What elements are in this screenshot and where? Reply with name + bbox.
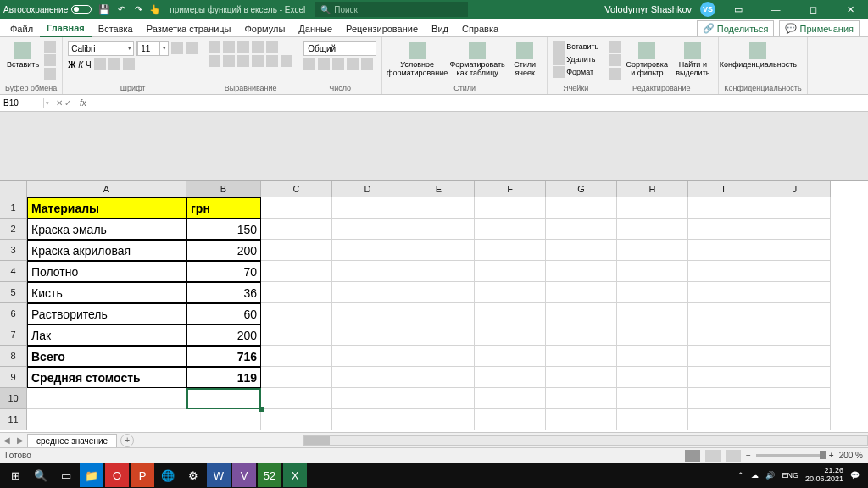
find-select-button[interactable]: Найти и выделить bbox=[672, 41, 713, 80]
cell-B7[interactable]: 200 bbox=[186, 324, 261, 346]
maximize-icon[interactable]: ◻ bbox=[798, 0, 827, 19]
copy-icon[interactable] bbox=[44, 54, 56, 66]
sheet-nav-next-icon[interactable]: ▶ bbox=[14, 435, 27, 445]
column-header-A[interactable]: A bbox=[27, 181, 186, 197]
cell-I8[interactable] bbox=[688, 346, 760, 367]
fx-icon[interactable]: fx bbox=[76, 98, 90, 108]
sort-filter-button[interactable]: Сортировка и фильтр bbox=[625, 41, 669, 80]
cell-H2[interactable] bbox=[617, 219, 688, 240]
column-header-I[interactable]: I bbox=[688, 181, 760, 197]
tab-view[interactable]: Вид bbox=[425, 21, 455, 36]
worksheet[interactable]: ABCDEFGHIJ 1234567891011 МатериалыгрнКра… bbox=[0, 181, 868, 432]
autosum-icon[interactable] bbox=[609, 41, 621, 53]
cell-C4[interactable] bbox=[261, 261, 332, 282]
cell-E8[interactable] bbox=[403, 346, 475, 367]
tab-home[interactable]: Главная bbox=[40, 20, 92, 37]
increase-font-icon[interactable] bbox=[171, 42, 183, 54]
cell-E9[interactable] bbox=[403, 367, 475, 388]
sheet-tab[interactable]: среднее значение bbox=[27, 434, 117, 447]
cell-C8[interactable] bbox=[261, 346, 332, 367]
select-all-corner[interactable] bbox=[0, 181, 27, 197]
cell-A10[interactable] bbox=[27, 388, 186, 409]
task-view-icon[interactable]: ▭ bbox=[54, 463, 78, 487]
cell-B8[interactable]: 716 bbox=[186, 346, 261, 367]
cell-E6[interactable] bbox=[403, 303, 475, 324]
sheet-nav-prev-icon[interactable]: ◀ bbox=[0, 435, 14, 445]
cell-A8[interactable]: Всего bbox=[27, 346, 186, 367]
align-left-icon[interactable] bbox=[209, 55, 220, 67]
cell-E11[interactable] bbox=[403, 409, 475, 430]
paste-button[interactable]: Вставить bbox=[5, 41, 41, 71]
cell-A11[interactable] bbox=[27, 409, 186, 430]
cell-B6[interactable]: 60 bbox=[186, 303, 261, 324]
cell-D3[interactable] bbox=[332, 240, 403, 261]
cell-F4[interactable] bbox=[475, 261, 546, 282]
redo-icon[interactable]: ↷ bbox=[132, 3, 144, 15]
cell-H11[interactable] bbox=[617, 409, 688, 430]
cell-G4[interactable] bbox=[546, 261, 617, 282]
row-header-6[interactable]: 6 bbox=[0, 303, 27, 324]
indent-inc-icon[interactable] bbox=[266, 55, 278, 67]
cell-C11[interactable] bbox=[261, 409, 332, 430]
row-header-9[interactable]: 9 bbox=[0, 367, 27, 388]
cell-J5[interactable] bbox=[760, 282, 831, 303]
cell-I9[interactable] bbox=[688, 367, 760, 388]
cell-A1[interactable]: Материалы bbox=[27, 197, 186, 219]
tab-review[interactable]: Рецензирование bbox=[339, 21, 425, 36]
notifications-icon[interactable]: 💬 bbox=[850, 471, 860, 480]
cell-D7[interactable] bbox=[332, 324, 403, 346]
column-header-C[interactable]: C bbox=[261, 181, 332, 197]
cell-J6[interactable] bbox=[760, 303, 831, 324]
row-header-4[interactable]: 4 bbox=[0, 261, 27, 282]
close-icon[interactable]: ✕ bbox=[836, 0, 865, 19]
comments-button[interactable]: 💬 Примечания bbox=[779, 20, 860, 36]
row-header-1[interactable]: 1 bbox=[0, 197, 27, 219]
underline-button[interactable]: Ч bbox=[86, 60, 92, 69]
number-format-selector[interactable]: Общий bbox=[303, 41, 376, 56]
cell-G3[interactable] bbox=[546, 240, 617, 261]
excel-icon[interactable]: X bbox=[283, 463, 307, 487]
orientation-icon[interactable] bbox=[252, 41, 264, 53]
row-header-3[interactable]: 3 bbox=[0, 240, 27, 261]
zoom-in-button[interactable]: + bbox=[829, 451, 834, 460]
cell-F1[interactable] bbox=[475, 197, 546, 219]
cell-B4[interactable]: 70 bbox=[186, 261, 261, 282]
search-input[interactable]: 🔍 Поиск bbox=[315, 2, 468, 17]
column-header-F[interactable]: F bbox=[475, 181, 546, 197]
cell-C2[interactable] bbox=[261, 219, 332, 240]
row-header-10[interactable]: 10 bbox=[0, 388, 27, 409]
cell-A9[interactable]: Средняя стомость bbox=[27, 367, 186, 388]
normal-view-icon[interactable] bbox=[685, 450, 700, 462]
opera-icon[interactable]: O bbox=[105, 463, 129, 487]
tab-formulas[interactable]: Формулы bbox=[237, 21, 292, 36]
cell-G8[interactable] bbox=[546, 346, 617, 367]
undo-icon[interactable]: ↶ bbox=[115, 3, 127, 15]
cell-I1[interactable] bbox=[688, 197, 760, 219]
cell-F7[interactable] bbox=[475, 324, 546, 346]
font-size-selector[interactable]: 11▾ bbox=[136, 41, 169, 56]
cell-E4[interactable] bbox=[403, 261, 475, 282]
tab-file[interactable]: Файл bbox=[3, 21, 40, 36]
cell-H6[interactable] bbox=[617, 303, 688, 324]
cell-G7[interactable] bbox=[546, 324, 617, 346]
cell-D4[interactable] bbox=[332, 261, 403, 282]
row-header-2[interactable]: 2 bbox=[0, 219, 27, 240]
cell-G9[interactable] bbox=[546, 367, 617, 388]
inc-decimal-icon[interactable] bbox=[347, 58, 359, 70]
cell-C5[interactable] bbox=[261, 282, 332, 303]
conditional-format-button[interactable]: Условное форматирование bbox=[387, 41, 447, 80]
cell-H4[interactable] bbox=[617, 261, 688, 282]
search-taskbar-icon[interactable]: 🔍 bbox=[29, 463, 53, 487]
name-box[interactable]: B10 bbox=[0, 98, 44, 108]
row-header-11[interactable]: 11 bbox=[0, 409, 27, 430]
clear-icon[interactable] bbox=[609, 68, 621, 80]
horizontal-scrollbar[interactable] bbox=[303, 435, 868, 446]
fill-icon[interactable] bbox=[609, 54, 621, 66]
cell-D2[interactable] bbox=[332, 219, 403, 240]
cell-D10[interactable] bbox=[332, 388, 403, 409]
cell-J2[interactable] bbox=[760, 219, 831, 240]
zoom-slider[interactable] bbox=[756, 454, 824, 457]
tab-insert[interactable]: Вставка bbox=[92, 21, 140, 36]
cell-D11[interactable] bbox=[332, 409, 403, 430]
cell-A6[interactable]: Растворитель bbox=[27, 303, 186, 324]
